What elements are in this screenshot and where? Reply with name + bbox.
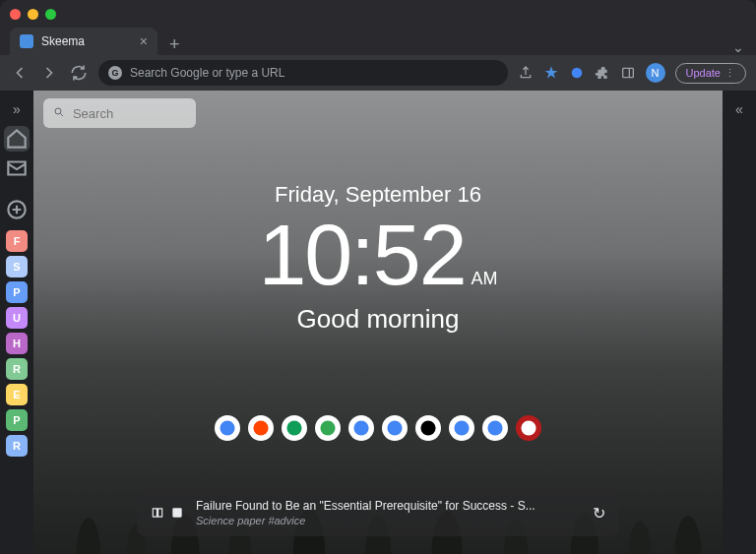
svg-point-11 — [420, 420, 435, 435]
ampm-label: AM — [472, 268, 498, 288]
right-sidebar: « — [723, 91, 756, 554]
minimize-window-button[interactable] — [28, 9, 38, 20]
refresh-icon[interactable]: ↻ — [593, 504, 605, 523]
bookmark-star-icon[interactable] — [543, 65, 559, 81]
browser-toolbar: G Search Google or type a URL N Update⋮ — [0, 55, 756, 91]
shortcut-info[interactable] — [482, 415, 508, 441]
reload-button[interactable] — [69, 63, 89, 83]
search-input[interactable] — [73, 106, 186, 121]
new-tab-button[interactable]: + — [158, 34, 192, 55]
share-icon[interactable] — [518, 65, 534, 81]
shortcut-h[interactable] — [415, 415, 441, 441]
profile-avatar[interactable]: N — [646, 63, 665, 83]
new-tab-page: Friday, September 16 10:52 AM Good morni… — [33, 91, 723, 554]
update-button[interactable]: Update⋮ — [675, 63, 746, 84]
shortcut-diamond[interactable] — [215, 415, 240, 441]
tab-favicon — [20, 34, 33, 48]
card-subtitle: Science paper #advice — [196, 515, 581, 526]
inbox-icon[interactable] — [4, 155, 30, 181]
shortcut-reddit[interactable] — [248, 415, 274, 441]
back-button[interactable] — [10, 63, 30, 83]
add-icon[interactable] — [4, 197, 30, 222]
sidebar-tag-1[interactable]: S — [6, 256, 28, 277]
tab-title: Skeema — [41, 34, 132, 48]
extension-icon-1[interactable] — [569, 65, 585, 81]
omnibox[interactable]: G Search Google or type a URL — [98, 60, 508, 86]
svg-point-10 — [387, 420, 402, 435]
shortcut-chat[interactable] — [382, 415, 408, 441]
sidebar-tag-0[interactable]: F — [6, 230, 28, 252]
sidebar-tag-6[interactable]: E — [6, 384, 28, 405]
window-titlebar — [0, 0, 756, 28]
svg-point-14 — [521, 420, 536, 435]
svg-point-5 — [220, 420, 234, 435]
svg-rect-1 — [622, 68, 633, 77]
shortcut-docs[interactable] — [449, 415, 474, 441]
svg-point-0 — [571, 68, 582, 79]
sidebar-tag-7[interactable]: P — [6, 409, 28, 431]
card-title: Failure Found to Be an "Essential Prereq… — [196, 499, 581, 513]
shortcut-cloud[interactable] — [348, 415, 374, 441]
omnibox-placeholder: Search Google or type a URL — [130, 66, 284, 80]
svg-point-13 — [487, 420, 502, 435]
sidebar-tag-8[interactable]: R — [6, 435, 28, 457]
sidebar-tag-2[interactable]: P — [6, 281, 28, 303]
svg-point-9 — [353, 420, 368, 435]
svg-point-12 — [454, 420, 469, 435]
svg-point-6 — [253, 420, 268, 435]
shortcut-maps[interactable] — [315, 415, 341, 441]
sidebar-tag-5[interactable]: R — [6, 358, 28, 380]
left-sidebar: » FSPUHREPR — [0, 91, 33, 554]
side-panel-icon[interactable] — [620, 65, 636, 81]
page-search[interactable] — [43, 98, 196, 128]
forward-button[interactable] — [39, 63, 59, 83]
sidebar-tag-4[interactable]: H — [6, 333, 28, 354]
tab-overflow-icon[interactable]: ⌄ — [732, 39, 756, 55]
tab-strip: Skeema × + ⌄ — [0, 28, 756, 55]
shortcut-drive[interactable] — [282, 415, 307, 441]
search-engine-icon: G — [108, 66, 122, 80]
svg-point-4 — [55, 108, 61, 114]
close-window-button[interactable] — [10, 9, 21, 20]
expand-sidebar-icon[interactable]: » — [4, 96, 30, 122]
suggested-card[interactable]: Failure Found to Be an "Essential Prereq… — [137, 489, 619, 536]
close-tab-icon[interactable]: × — [140, 33, 148, 49]
svg-point-8 — [320, 420, 335, 435]
time-label: 10:52 — [258, 211, 465, 297]
date-label: Friday, September 16 — [33, 181, 723, 207]
book-icon — [151, 506, 164, 520]
search-icon — [53, 105, 65, 121]
shortcut-row — [215, 415, 541, 441]
shortcut-c[interactable] — [516, 415, 541, 441]
article-favicon — [170, 506, 184, 520]
svg-rect-15 — [172, 508, 181, 517]
maximize-window-button[interactable] — [45, 9, 56, 20]
svg-point-7 — [286, 420, 301, 435]
collapse-right-icon[interactable]: « — [726, 96, 752, 122]
browser-tab[interactable]: Skeema × — [10, 28, 158, 55]
greeting-label: Good morning — [33, 303, 723, 334]
extensions-puzzle-icon[interactable] — [595, 65, 610, 81]
home-icon[interactable] — [4, 126, 30, 152]
sidebar-tag-3[interactable]: U — [6, 307, 28, 329]
